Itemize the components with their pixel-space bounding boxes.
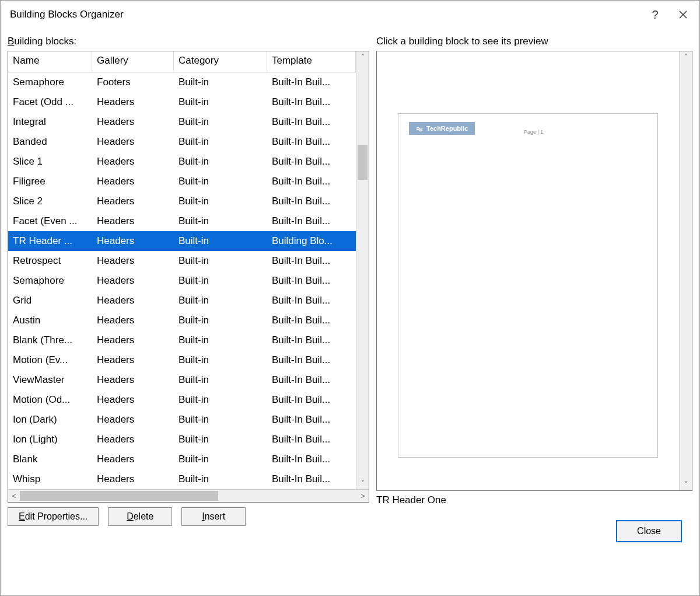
cell-template: Built-In Buil... — [267, 114, 356, 130]
table-row[interactable]: SemaphoreHeadersBuilt-inBuilt-In Buil... — [8, 271, 356, 291]
cell-template: Built-In Buil... — [267, 431, 356, 448]
listview-area: Name Gallery Category Template Semaphore… — [8, 51, 369, 489]
cell-name: Filigree — [8, 173, 92, 190]
cell-gallery: Headers — [92, 312, 174, 329]
cell-name: Blank — [8, 451, 92, 468]
cell-name: Semaphore — [8, 74, 92, 90]
scroll-left-icon[interactable]: < — [8, 492, 20, 500]
cell-gallery: Headers — [92, 253, 174, 269]
table-row[interactable]: IntegralHeadersBuilt-inBuilt-In Buil... — [8, 112, 356, 132]
preview-scroll-up-icon[interactable]: ˄ — [680, 51, 692, 63]
cell-category: Built-in — [174, 292, 267, 309]
preview-document-page: TechRepublic Page | 1 — [398, 113, 658, 458]
table-row[interactable]: Motion (Od...HeadersBuilt-inBuilt-In Bui… — [8, 390, 356, 410]
cell-template: Built-In Buil... — [267, 193, 356, 210]
cell-name: Facet (Even ... — [8, 213, 92, 229]
preview-scroll-down-icon[interactable]: ˅ — [680, 479, 692, 490]
vertical-scrollbar[interactable]: ˄ ˅ — [356, 51, 369, 489]
table-row[interactable]: AustinHeadersBuilt-inBuilt-In Buil... — [8, 311, 356, 330]
horizontal-scrollbar[interactable]: < > — [8, 489, 369, 502]
table-row[interactable]: RetrospectHeadersBuilt-inBuilt-In Buil..… — [8, 251, 356, 271]
cell-category: Built-in — [174, 273, 267, 289]
building-blocks-accelerator: B — [8, 36, 14, 47]
listview-rows: SemaphoreFootersBuilt-inBuilt-In Buil...… — [8, 72, 356, 489]
close-button[interactable]: Close — [616, 520, 682, 542]
help-icon: ? — [652, 8, 658, 22]
preview-label: Click a building block to see its previe… — [376, 36, 692, 47]
table-row[interactable]: BandedHeadersBuilt-inBuilt-In Buil... — [8, 132, 356, 152]
left-column: Building blocks: Name Gallery Category T… — [8, 33, 369, 506]
table-row[interactable]: SemaphoreFootersBuilt-inBuilt-In Buil... — [8, 72, 356, 92]
cell-template: Built-In Buil... — [267, 412, 356, 428]
vertical-scroll-thumb[interactable] — [358, 145, 368, 180]
table-row[interactable]: TR Header ...HeadersBuilt-inBuilding Blo… — [8, 231, 356, 251]
help-button[interactable]: ? — [641, 3, 669, 26]
cell-category: Built-in — [174, 154, 267, 170]
scroll-up-icon[interactable]: ˄ — [356, 51, 369, 63]
cell-category: Built-in — [174, 193, 267, 210]
preview-vertical-scrollbar[interactable]: ˄ ˅ — [679, 51, 692, 490]
dialog-building-blocks-organizer: Building Blocks Organizer ? Building blo… — [0, 0, 700, 596]
table-row[interactable]: WhispHeadersBuilt-inBuilt-In Buil... — [8, 469, 356, 489]
cell-template: Built-In Buil... — [267, 173, 356, 190]
cell-gallery: Headers — [92, 412, 174, 428]
cell-category: Built-in — [174, 332, 267, 348]
cell-gallery: Headers — [92, 94, 174, 110]
table-row[interactable]: Ion (Dark)HeadersBuilt-inBuilt-In Buil..… — [8, 410, 356, 430]
techrepublic-logo-icon — [416, 125, 423, 132]
preview-page-number: Page | 1 — [524, 129, 543, 135]
cell-category: Built-in — [174, 74, 267, 90]
building-blocks-listview[interactable]: Name Gallery Category Template Semaphore… — [8, 51, 356, 489]
table-row[interactable]: FiligreeHeadersBuilt-inBuilt-In Buil... — [8, 172, 356, 191]
cell-category: Built-in — [174, 94, 267, 110]
cell-gallery: Headers — [92, 392, 174, 408]
table-row[interactable]: Facet (Even ...HeadersBuilt-inBuilt-In B… — [8, 211, 356, 231]
table-row[interactable]: Slice 1HeadersBuilt-inBuilt-In Buil... — [8, 152, 356, 172]
cell-gallery: Headers — [92, 193, 174, 210]
cell-category: Built-in — [174, 134, 267, 150]
cell-template: Built-In Buil... — [267, 332, 356, 348]
horizontal-scroll-thumb[interactable] — [20, 491, 218, 501]
cell-name: Austin — [8, 312, 92, 329]
cell-category: Built-in — [174, 352, 267, 368]
cell-gallery: Headers — [92, 431, 174, 448]
col-header-name[interactable]: Name — [8, 51, 92, 72]
table-row[interactable]: Motion (Ev...HeadersBuilt-inBuilt-In Bui… — [8, 350, 356, 370]
horizontal-scroll-track[interactable] — [20, 490, 357, 502]
cell-gallery: Headers — [92, 332, 174, 348]
cell-gallery: Headers — [92, 134, 174, 150]
col-header-category[interactable]: Category — [174, 51, 267, 72]
cell-category: Built-in — [174, 312, 267, 329]
cell-category: Built-in — [174, 471, 267, 487]
table-row[interactable]: Slice 2HeadersBuilt-inBuilt-In Buil... — [8, 191, 356, 211]
building-blocks-label: Building blocks: — [8, 36, 369, 47]
dialog-footer: Close — [8, 506, 692, 547]
table-row[interactable]: Blank (Thre...HeadersBuilt-inBuilt-In Bu… — [8, 330, 356, 350]
table-row[interactable]: Ion (Light)HeadersBuilt-inBuilt-In Buil.… — [8, 430, 356, 449]
dialog-title: Building Blocks Organizer — [10, 9, 641, 20]
table-row[interactable]: GridHeadersBuilt-inBuilt-In Buil... — [8, 291, 356, 311]
col-header-gallery[interactable]: Gallery — [92, 51, 174, 72]
building-blocks-label-rest: uilding blocks: — [14, 36, 76, 47]
table-row[interactable]: BlankHeadersBuilt-inBuilt-In Buil... — [8, 449, 356, 469]
cell-name: TR Header ... — [8, 233, 92, 249]
cell-gallery: Headers — [92, 352, 174, 368]
cell-name: Ion (Light) — [8, 431, 92, 448]
cell-gallery: Headers — [92, 114, 174, 130]
table-row[interactable]: ViewMasterHeadersBuilt-inBuilt-In Buil..… — [8, 370, 356, 390]
scroll-right-icon[interactable]: > — [357, 492, 369, 500]
cell-template: Built-In Buil... — [267, 392, 356, 408]
titlebar: Building Blocks Organizer ? — [1, 1, 699, 29]
scroll-down-icon[interactable]: ˅ — [356, 478, 369, 489]
cell-gallery: Headers — [92, 233, 174, 249]
close-window-button[interactable] — [669, 3, 697, 26]
col-header-template[interactable]: Template — [267, 51, 356, 72]
cell-template: Built-In Buil... — [267, 312, 356, 329]
cell-category: Built-in — [174, 431, 267, 448]
table-row[interactable]: Facet (Odd ...HeadersBuilt-inBuilt-In Bu… — [8, 92, 356, 112]
cell-category: Built-in — [174, 253, 267, 269]
cell-gallery: Headers — [92, 273, 174, 289]
cell-name: Retrospect — [8, 253, 92, 269]
cell-name: Integral — [8, 114, 92, 130]
cell-gallery: Headers — [92, 173, 174, 190]
